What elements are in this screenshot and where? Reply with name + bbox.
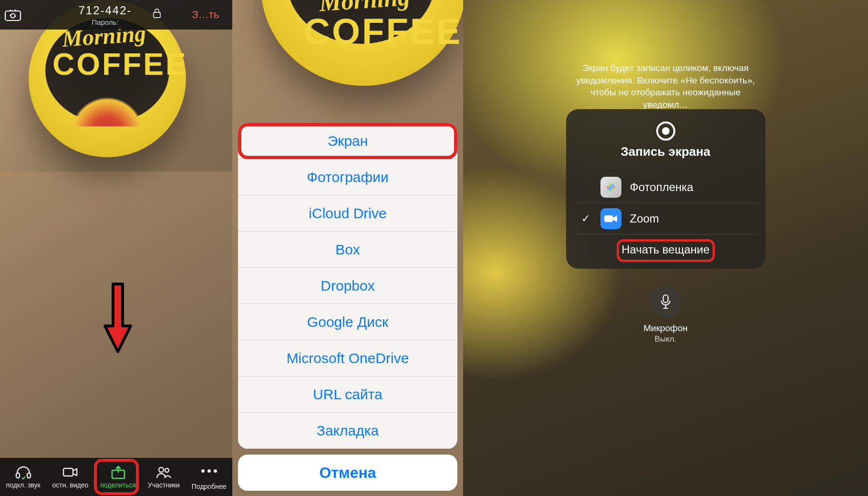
stop-video-button[interactable]: остн. видео [52, 465, 89, 489]
broadcast-picker-view: Экран будет записан целиком, включая уве… [463, 0, 868, 496]
switch-camera-button[interactable] [0, 8, 26, 21]
start-broadcast-button[interactable]: Начать вещание [575, 234, 757, 258]
share-option-icloud[interactable]: iCloud Drive [238, 195, 457, 232]
broadcast-dest-zoom-label: Zoom [630, 212, 659, 225]
share-option-url[interactable]: URL сайта [238, 376, 457, 413]
share-option-onedrive[interactable]: Microsoft OneDrive [238, 340, 457, 376]
microphone-state: Выкл. [643, 334, 688, 344]
participants-button[interactable]: Участники [148, 465, 180, 489]
broadcast-notice: Экран будет записан целиком, включая уве… [570, 62, 761, 111]
mug-text-line2: COFFEE [304, 10, 462, 52]
broadcast-dest-photos[interactable]: Фотопленка [575, 172, 757, 203]
broadcast-dest-photos-label: Фотопленка [630, 181, 693, 194]
join-audio-label: подкл. звук [6, 481, 40, 489]
microphone-icon [650, 286, 682, 317]
share-option-photos[interactable]: Фотографии [238, 159, 457, 195]
microphone-label: Микрофон [643, 323, 688, 334]
annotation-arrow-down [103, 282, 133, 356]
zoom-app-icon [600, 208, 621, 229]
checkmark-icon: ✓ [579, 213, 592, 225]
share-option-bookmark[interactable]: Закладка [238, 413, 457, 449]
more-label: Подробнее [192, 483, 227, 490]
cancel-button[interactable]: Отмена [238, 455, 457, 491]
more-icon [201, 464, 217, 478]
meeting-top-bar: 712-442- Пароль: З…ть [0, 0, 232, 30]
share-button-label: поделиться [100, 481, 136, 489]
svg-rect-13 [663, 295, 668, 303]
photos-app-icon [600, 177, 621, 198]
share-option-dropbox[interactable]: Dropbox [238, 268, 457, 304]
svg-rect-1 [154, 12, 160, 18]
svg-rect-4 [63, 468, 73, 476]
participants-label: Участники [148, 481, 180, 489]
meeting-bottom-toolbar: подкл. звук остн. видео поделиться Участ… [0, 458, 232, 496]
share-option-screen[interactable]: Экран [238, 123, 457, 159]
svg-rect-0 [5, 11, 21, 20]
svg-point-6 [159, 467, 164, 472]
share-button[interactable]: поделиться [100, 465, 136, 489]
svg-point-7 [165, 468, 169, 472]
zoom-meeting-view: Morning COFFEE 712-442- Пароль: З…ть [0, 0, 232, 496]
lock-icon [153, 8, 161, 20]
share-option-box[interactable]: Box [238, 232, 457, 268]
microphone-toggle[interactable]: Микрофон Выкл. [643, 286, 688, 344]
svg-rect-2 [16, 473, 20, 478]
screen-record-title: Запись экрана [575, 144, 757, 159]
share-sheet: Экран Фотографии iCloud Drive Box Dropbo… [238, 123, 457, 449]
end-meeting-button[interactable]: З…ть [185, 9, 232, 21]
join-audio-button[interactable]: подкл. звук [6, 465, 40, 489]
share-action-sheet-view: Morning COFFEE Экран Фотографии iCloud D… [232, 0, 463, 496]
share-option-google-drive[interactable]: Google Диск [238, 304, 457, 340]
svg-rect-3 [27, 473, 31, 478]
svg-rect-12 [604, 215, 613, 222]
more-button[interactable]: Подробнее [192, 464, 227, 490]
stop-video-label: остн. видео [52, 481, 89, 489]
camera-feed: Morning COFFEE [0, 0, 232, 496]
screen-record-card: Запись экрана Фотопленка ✓ Zo [566, 109, 765, 269]
mug-text-line2: COFFEE [52, 47, 188, 82]
broadcast-dest-zoom[interactable]: ✓ Zoom [575, 203, 757, 234]
record-icon [656, 121, 675, 141]
